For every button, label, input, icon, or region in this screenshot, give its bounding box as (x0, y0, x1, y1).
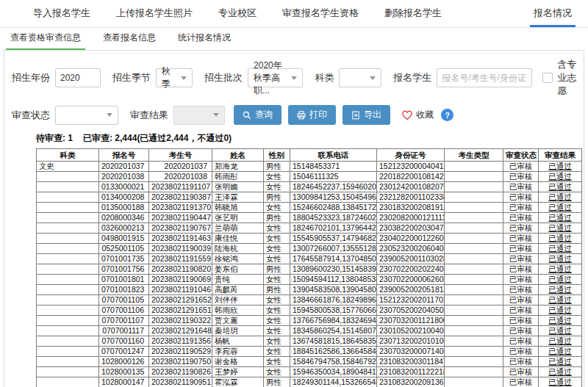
cell-review-result[interactable]: 已通过 (539, 182, 582, 192)
major-preference-checkbox[interactable] (542, 73, 553, 83)
cell-student-type (445, 275, 503, 285)
cell-review-result[interactable]: 已通过 (539, 192, 582, 203)
table-row: 102800014720238021190951霍泓霖男性18249301144… (37, 377, 582, 387)
cell-subject (37, 223, 99, 234)
cell-review-result[interactable]: 已通过 (539, 305, 582, 316)
query-button[interactable]: 查询 (234, 105, 282, 125)
cell-phone: 18345860254,15145807661 (290, 326, 377, 336)
cell-review-result[interactable]: 已通过 (539, 336, 582, 347)
review-status-label: 审查状态 (12, 109, 50, 122)
cell-review-result[interactable]: 已通过 (539, 223, 582, 234)
export-button-label: 导出 (364, 109, 381, 121)
cell-phone: 13766756984,18324694850 (290, 316, 377, 326)
top-tab-2[interactable]: 专业校区 (215, 0, 260, 27)
cell-review-status: 已审核 (503, 182, 539, 192)
top-tab-0[interactable]: 导入报名学生 (29, 0, 94, 27)
cell-name: 贾文蕙 (212, 316, 264, 326)
print-button-label: 打印 (309, 109, 327, 121)
cell-review-status: 已审核 (503, 234, 539, 244)
cell-review-status: 已审核 (503, 347, 539, 357)
column-header-phone: 联系电话 (290, 149, 377, 162)
print-button[interactable]: 打印 (288, 105, 336, 125)
top-tab-4[interactable]: 删除报名学生 (381, 0, 445, 27)
cell-review-result[interactable]: 已通过 (539, 347, 582, 357)
cell-review-result[interactable]: 已通过 (539, 367, 582, 377)
sub-tab-bar: 查看资格审查信息查看报名信息统计报名情况 (0, 28, 588, 50)
table-row: 102800012620238021190750谢金格女性15846794758… (37, 357, 582, 367)
subject-label: 科类 (315, 71, 334, 84)
cell-student-type (445, 367, 503, 377)
major-preference-label: 含专业志愿 (557, 58, 584, 98)
cell-exam-no: 20238021190387 (149, 192, 212, 203)
table-row: 文史20202010372020201037郑海龙男性1514845337115… (37, 162, 582, 172)
cell-name: 韩晓旭 (212, 203, 264, 213)
table-row: 070700110520238021291652刘伴伴女性13846661876… (37, 295, 582, 305)
top-tab-3[interactable]: 审查报名学生资格 (279, 0, 362, 27)
cell-review-result[interactable]: 已通过 (539, 285, 582, 295)
cell-reg-no: 0701001801 (99, 275, 149, 285)
top-tab-1[interactable]: 上传报名学生照片 (112, 0, 196, 27)
cell-review-result[interactable]: 已通过 (539, 172, 582, 182)
cell-phone: 15046111325 (290, 172, 377, 182)
cell-exam-no: 20238021190951 (149, 377, 212, 387)
cell-exam-no: 20238021291652 (149, 295, 212, 305)
export-button[interactable]: 导出 (343, 105, 390, 125)
cell-subject (37, 305, 99, 316)
cell-exam-no: 20238021190529 (149, 347, 212, 357)
cell-name: 韩雨欣 (212, 305, 264, 316)
sub-tab-2[interactable]: 统计报名情况 (173, 28, 235, 50)
cell-review-result[interactable]: 已通过 (539, 357, 582, 367)
cell-review-result[interactable]: 已通过 (539, 162, 582, 172)
season-select[interactable]: 秋季 (156, 68, 193, 87)
year-input[interactable] (55, 68, 101, 87)
cell-id-card: 230208200012111172 (377, 213, 445, 223)
applicants-table: 科类报名号考生号姓名性别联系电话身份证号考生类型审查状态审查结果 文史20202… (36, 148, 582, 387)
cell-review-status: 已审核 (503, 254, 539, 264)
sub-tab-0[interactable]: 查看资格审查信息 (6, 28, 85, 50)
cell-review-result[interactable]: 已通过 (539, 377, 582, 387)
review-result-select[interactable] (173, 106, 225, 125)
cell-review-result[interactable]: 已通过 (539, 326, 582, 336)
cell-reg-no: 0133000021 (99, 182, 149, 192)
cell-phone: 13009841253,15045496678 (290, 192, 377, 203)
sub-tab-1[interactable]: 查看报名信息 (98, 28, 160, 50)
filter-row-2: 审查状态 审查结果 查询 打印 (4, 105, 584, 125)
cell-gender: 女性 (264, 223, 290, 234)
subject-select[interactable] (339, 68, 381, 87)
cell-review-result[interactable]: 已通过 (539, 275, 582, 285)
cell-review-result[interactable]: 已通过 (539, 316, 582, 326)
cell-review-result[interactable]: 已通过 (539, 234, 582, 244)
cell-subject (37, 377, 99, 387)
cell-reg-no: 0707001117 (99, 326, 149, 336)
cell-subject (37, 347, 99, 357)
column-header-review-status: 审查状态 (503, 149, 539, 162)
cell-student-type (445, 305, 503, 316)
help-icon[interactable]: ? (441, 109, 453, 121)
cell-exam-no: 20238021190820 (149, 264, 212, 275)
cell-id-card: 230105200210040323 (377, 326, 445, 336)
cell-review-result[interactable]: 已通过 (539, 295, 582, 305)
review-status-select[interactable] (55, 106, 118, 125)
cell-student-type (445, 234, 503, 244)
cell-review-result[interactable]: 已通过 (539, 244, 582, 254)
table-row: 013300002120238021191107张明嫡女性18246452237… (37, 182, 582, 192)
top-tab-5[interactable]: 报名情况 (530, 0, 576, 27)
export-file-icon (351, 111, 360, 120)
cell-review-status: 已审核 (503, 223, 539, 234)
cell-id-card: 152123200004041215 (377, 162, 445, 172)
cell-exam-no: 20238021191463 (149, 234, 212, 244)
favorite-button[interactable]: 收藏 (401, 109, 434, 121)
table-row: 013500018820238021191370韩晓旭女性15246602488… (37, 203, 582, 213)
student-label: 报名学生 (393, 71, 431, 84)
cell-review-status: 已审核 (503, 275, 539, 285)
cell-exam-no: 20238021191356 (149, 336, 212, 347)
student-search-input[interactable] (437, 68, 532, 87)
cell-review-result[interactable]: 已通过 (539, 254, 582, 264)
cell-name: 谢金格 (212, 357, 264, 367)
cell-review-result[interactable]: 已通过 (539, 264, 582, 275)
cell-review-result[interactable]: 已通过 (539, 213, 582, 223)
cell-review-status: 已审核 (503, 295, 539, 305)
table-row: 20202010382020201038韩雨彤女性150461113252201… (37, 172, 582, 182)
batch-select[interactable]: 2020年秋季高职... (248, 68, 303, 87)
cell-review-result[interactable]: 已通过 (539, 203, 582, 213)
